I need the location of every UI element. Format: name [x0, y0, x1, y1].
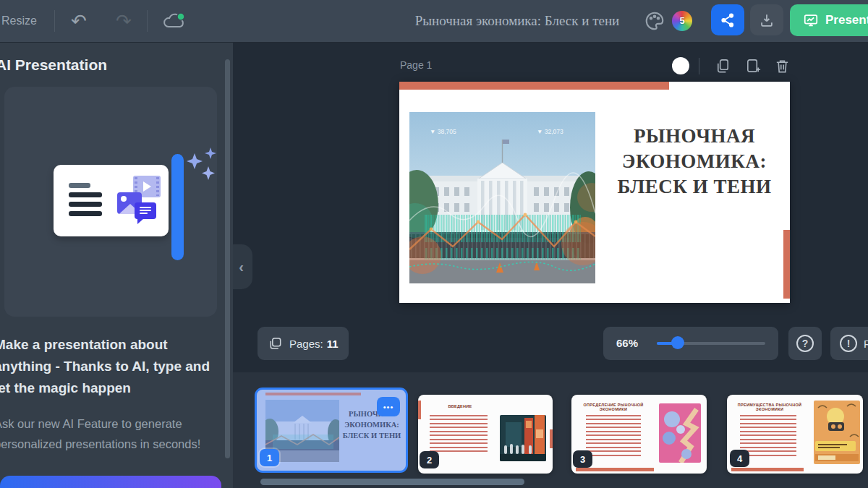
add-page-icon	[745, 58, 762, 74]
palette-icon	[644, 10, 665, 32]
share-icon	[720, 12, 736, 28]
color-count-badge[interactable]: 5	[672, 11, 692, 31]
report-exclamation-icon: !	[840, 335, 857, 352]
slide-right-accent	[783, 230, 790, 299]
present-icon	[803, 12, 819, 28]
divider	[147, 10, 148, 32]
thumb2-number-badge: 2	[420, 451, 439, 468]
download-button[interactable]	[750, 4, 783, 35]
promo-panel	[4, 87, 217, 317]
present-label: Present	[825, 13, 868, 27]
thumb4-bottom-accent	[731, 468, 804, 471]
cloud-icon	[162, 11, 187, 31]
generate-button[interactable]	[0, 476, 221, 488]
thumbnail-slide-3[interactable]: ОПРЕДЕЛЕНИЕ РЫНОЧНОЙ ЭКОНОМИКИ 3	[571, 395, 707, 474]
thumbnail-slide-1[interactable]: РЫНОЧНАЯ ЭКОНОМИКА: БЛЕСК И ТЕНИ 1 •••	[255, 388, 408, 473]
palette-button[interactable]	[644, 10, 665, 35]
undo-icon: ↶	[71, 10, 87, 32]
whitehouse-photo[interactable]: ▼ 38,705 ▼ 32,073	[409, 112, 595, 283]
help-icon: ?	[796, 335, 814, 352]
thumb3-bottom-accent	[576, 468, 654, 471]
thumbnail-slide-2[interactable]: ВВЕДЕНИЕ 2	[418, 395, 553, 474]
chat-bubble-icon	[135, 202, 156, 219]
present-button[interactable]: Present	[790, 4, 868, 36]
thumbnails-scrollbar[interactable]	[260, 479, 524, 485]
resize-button[interactable]: Resize	[1, 0, 37, 42]
slide-top-accent	[399, 82, 669, 90]
sparkles-icon	[187, 143, 217, 184]
thumb4-number-badge: 4	[730, 450, 749, 467]
page-color-swatch[interactable]	[672, 57, 689, 74]
pages-button[interactable]: Pages: 11	[258, 327, 349, 360]
ticker-label-left: ▼ 38,705	[430, 128, 456, 135]
zoom-slider-thumb[interactable]	[671, 336, 684, 349]
document-title[interactable]: Рыночная экономика: Блеск и тени	[362, 0, 673, 42]
app-window: Page 1	[0, 0, 868, 488]
trash-icon	[774, 58, 791, 74]
delete-page-button[interactable]	[774, 58, 791, 74]
slide-canvas[interactable]: ▼ 38,705 ▼ 32,073 РЫНОЧНАЯ ЭКОНОМИКА: БЛ…	[399, 82, 790, 303]
thumb3-body-text	[586, 415, 641, 457]
thumb3-heading: ОПРЕДЕЛЕНИЕ РЫНОЧНОЙ ЭКОНОМИКИ	[576, 403, 651, 411]
promo-headline: Make a presentation about anything - Tha…	[0, 334, 211, 399]
thumb2-right-accent	[550, 429, 553, 448]
panel-title: AI Presentation	[0, 56, 213, 74]
pages-icon	[268, 336, 283, 351]
thumb4-heading: ПРЕИМУЩЕСТВА РЫНОЧНОЙ ЭКОНОМИКИ	[731, 403, 808, 411]
redo-button[interactable]: ↷	[116, 0, 132, 42]
text-line-icon	[69, 192, 102, 197]
collapse-sidebar-handle[interactable]: ‹	[233, 244, 252, 289]
text-line-icon	[69, 183, 90, 188]
add-page-button[interactable]	[745, 58, 762, 74]
thumb2-body-text	[430, 415, 488, 455]
divider	[699, 58, 699, 74]
duplicate-page-icon	[715, 58, 731, 74]
thumbnail-slide-4[interactable]: ПРЕИМУЩЕСТВА РЫНОЧНОЙ ЭКОНОМИКИ 4	[727, 395, 863, 474]
page-label: Page 1	[400, 59, 432, 71]
report-button[interactable]: ! Re	[830, 327, 868, 360]
thumb4-body-text	[740, 415, 796, 457]
thumb2-heading: ВВЕДЕНИЕ	[425, 404, 495, 408]
thumb2-image	[500, 415, 546, 461]
thumb2-left-accent	[418, 401, 421, 419]
redo-icon: ↷	[116, 10, 132, 32]
cloud-sync-button[interactable]	[162, 11, 187, 34]
text-line-icon	[69, 202, 102, 207]
duplicate-page-button[interactable]	[715, 58, 731, 74]
thumb1-number-badge: 1	[260, 449, 279, 466]
blue-accent-bar	[171, 154, 184, 260]
slide-title-line: РЫНОЧНАЯ	[605, 124, 783, 149]
slide-title[interactable]: РЫНОЧНАЯ ЭКОНОМИКА: БЛЕСК И ТЕНИ	[605, 124, 783, 200]
thumb3-number-badge: 3	[573, 450, 592, 468]
zoom-value: 66%	[616, 337, 638, 349]
ticker-label-right: ▼ 32,073	[537, 128, 563, 135]
document-illustration	[54, 165, 169, 236]
slide-title-line: ЭКОНОМИКА:	[605, 149, 783, 174]
collapse-chevron-icon: ‹	[239, 259, 244, 275]
report-label: Re	[864, 338, 868, 350]
sync-status-dot	[177, 13, 184, 20]
pages-count: 11	[327, 338, 339, 350]
ai-presentation-panel: AI Presentation Make a presentation abou…	[0, 42, 233, 488]
text-line-icon	[69, 211, 102, 216]
undo-button[interactable]: ↶	[71, 0, 87, 42]
slide-title-line: БЛЕСК И ТЕНИ	[605, 174, 783, 200]
promo-description: Ask our new AI Feature to generate perso…	[0, 414, 223, 454]
thumb4-image	[814, 401, 860, 464]
download-icon	[759, 12, 775, 28]
help-button[interactable]: ?	[788, 327, 822, 360]
sidebar-scrollbar[interactable]	[225, 59, 230, 458]
pages-label: Pages:	[289, 338, 323, 350]
zoom-control: 66%	[603, 327, 778, 360]
divider	[54, 10, 55, 32]
topbar: Resize ↶ ↷ Рыночная экономика: Блеск и т…	[0, 0, 868, 43]
share-button[interactable]	[711, 4, 744, 35]
thumbnail-menu-button[interactable]: •••	[377, 397, 400, 416]
thumb3-image	[659, 403, 701, 463]
